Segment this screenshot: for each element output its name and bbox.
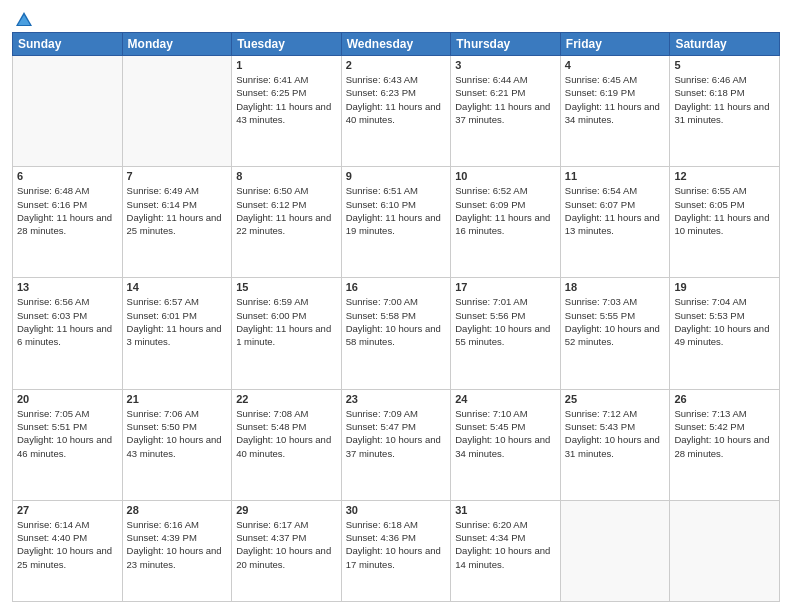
logo-icon: [14, 10, 34, 30]
day-info: Sunrise: 7:03 AM Sunset: 5:55 PM Dayligh…: [565, 295, 666, 348]
day-info: Sunrise: 6:17 AM Sunset: 4:37 PM Dayligh…: [236, 518, 337, 571]
calendar-cell: 6Sunrise: 6:48 AM Sunset: 6:16 PM Daylig…: [13, 167, 123, 278]
calendar-cell: 15Sunrise: 6:59 AM Sunset: 6:00 PM Dayli…: [232, 278, 342, 389]
day-number: 2: [346, 59, 447, 71]
calendar-cell: [670, 500, 780, 601]
day-info: Sunrise: 6:52 AM Sunset: 6:09 PM Dayligh…: [455, 184, 556, 237]
calendar-cell: 24Sunrise: 7:10 AM Sunset: 5:45 PM Dayli…: [451, 389, 561, 500]
calendar-cell: 12Sunrise: 6:55 AM Sunset: 6:05 PM Dayli…: [670, 167, 780, 278]
calendar-table: SundayMondayTuesdayWednesdayThursdayFrid…: [12, 32, 780, 602]
day-info: Sunrise: 6:49 AM Sunset: 6:14 PM Dayligh…: [127, 184, 228, 237]
calendar-cell: 9Sunrise: 6:51 AM Sunset: 6:10 PM Daylig…: [341, 167, 451, 278]
weekday-thursday: Thursday: [451, 33, 561, 56]
day-number: 27: [17, 504, 118, 516]
weekday-saturday: Saturday: [670, 33, 780, 56]
day-number: 18: [565, 281, 666, 293]
day-number: 24: [455, 393, 556, 405]
page: SundayMondayTuesdayWednesdayThursdayFrid…: [0, 0, 792, 612]
calendar-cell: [122, 56, 232, 167]
day-number: 17: [455, 281, 556, 293]
day-number: 26: [674, 393, 775, 405]
calendar-cell: 5Sunrise: 6:46 AM Sunset: 6:18 PM Daylig…: [670, 56, 780, 167]
calendar-cell: 4Sunrise: 6:45 AM Sunset: 6:19 PM Daylig…: [560, 56, 670, 167]
calendar-cell: 25Sunrise: 7:12 AM Sunset: 5:43 PM Dayli…: [560, 389, 670, 500]
day-number: 19: [674, 281, 775, 293]
day-info: Sunrise: 6:46 AM Sunset: 6:18 PM Dayligh…: [674, 73, 775, 126]
day-info: Sunrise: 6:44 AM Sunset: 6:21 PM Dayligh…: [455, 73, 556, 126]
day-info: Sunrise: 6:18 AM Sunset: 4:36 PM Dayligh…: [346, 518, 447, 571]
day-info: Sunrise: 7:06 AM Sunset: 5:50 PM Dayligh…: [127, 407, 228, 460]
day-number: 22: [236, 393, 337, 405]
calendar-cell: 8Sunrise: 6:50 AM Sunset: 6:12 PM Daylig…: [232, 167, 342, 278]
calendar-cell: 23Sunrise: 7:09 AM Sunset: 5:47 PM Dayli…: [341, 389, 451, 500]
day-number: 29: [236, 504, 337, 516]
day-number: 8: [236, 170, 337, 182]
day-info: Sunrise: 7:05 AM Sunset: 5:51 PM Dayligh…: [17, 407, 118, 460]
day-info: Sunrise: 6:41 AM Sunset: 6:25 PM Dayligh…: [236, 73, 337, 126]
logo: [12, 10, 34, 26]
calendar-cell: 3Sunrise: 6:44 AM Sunset: 6:21 PM Daylig…: [451, 56, 561, 167]
weekday-tuesday: Tuesday: [232, 33, 342, 56]
day-number: 16: [346, 281, 447, 293]
day-info: Sunrise: 7:10 AM Sunset: 5:45 PM Dayligh…: [455, 407, 556, 460]
day-info: Sunrise: 7:12 AM Sunset: 5:43 PM Dayligh…: [565, 407, 666, 460]
day-info: Sunrise: 6:59 AM Sunset: 6:00 PM Dayligh…: [236, 295, 337, 348]
day-number: 30: [346, 504, 447, 516]
day-number: 12: [674, 170, 775, 182]
calendar-cell: 26Sunrise: 7:13 AM Sunset: 5:42 PM Dayli…: [670, 389, 780, 500]
day-info: Sunrise: 6:14 AM Sunset: 4:40 PM Dayligh…: [17, 518, 118, 571]
calendar-cell: 2Sunrise: 6:43 AM Sunset: 6:23 PM Daylig…: [341, 56, 451, 167]
calendar-cell: [13, 56, 123, 167]
day-info: Sunrise: 6:56 AM Sunset: 6:03 PM Dayligh…: [17, 295, 118, 348]
week-row-3: 13Sunrise: 6:56 AM Sunset: 6:03 PM Dayli…: [13, 278, 780, 389]
calendar-cell: 10Sunrise: 6:52 AM Sunset: 6:09 PM Dayli…: [451, 167, 561, 278]
day-number: 10: [455, 170, 556, 182]
calendar-cell: 14Sunrise: 6:57 AM Sunset: 6:01 PM Dayli…: [122, 278, 232, 389]
calendar-cell: 22Sunrise: 7:08 AM Sunset: 5:48 PM Dayli…: [232, 389, 342, 500]
calendar-cell: 27Sunrise: 6:14 AM Sunset: 4:40 PM Dayli…: [13, 500, 123, 601]
day-number: 3: [455, 59, 556, 71]
weekday-friday: Friday: [560, 33, 670, 56]
day-info: Sunrise: 6:16 AM Sunset: 4:39 PM Dayligh…: [127, 518, 228, 571]
day-info: Sunrise: 7:01 AM Sunset: 5:56 PM Dayligh…: [455, 295, 556, 348]
day-number: 23: [346, 393, 447, 405]
day-info: Sunrise: 6:50 AM Sunset: 6:12 PM Dayligh…: [236, 184, 337, 237]
calendar-cell: 30Sunrise: 6:18 AM Sunset: 4:36 PM Dayli…: [341, 500, 451, 601]
day-info: Sunrise: 6:20 AM Sunset: 4:34 PM Dayligh…: [455, 518, 556, 571]
weekday-monday: Monday: [122, 33, 232, 56]
weekday-header-row: SundayMondayTuesdayWednesdayThursdayFrid…: [13, 33, 780, 56]
weekday-sunday: Sunday: [13, 33, 123, 56]
day-info: Sunrise: 7:09 AM Sunset: 5:47 PM Dayligh…: [346, 407, 447, 460]
day-number: 7: [127, 170, 228, 182]
calendar-cell: 29Sunrise: 6:17 AM Sunset: 4:37 PM Dayli…: [232, 500, 342, 601]
day-number: 21: [127, 393, 228, 405]
day-info: Sunrise: 7:08 AM Sunset: 5:48 PM Dayligh…: [236, 407, 337, 460]
calendar-cell: 13Sunrise: 6:56 AM Sunset: 6:03 PM Dayli…: [13, 278, 123, 389]
day-number: 25: [565, 393, 666, 405]
day-number: 28: [127, 504, 228, 516]
week-row-5: 27Sunrise: 6:14 AM Sunset: 4:40 PM Dayli…: [13, 500, 780, 601]
day-number: 13: [17, 281, 118, 293]
day-number: 6: [17, 170, 118, 182]
week-row-4: 20Sunrise: 7:05 AM Sunset: 5:51 PM Dayli…: [13, 389, 780, 500]
day-number: 14: [127, 281, 228, 293]
day-info: Sunrise: 6:54 AM Sunset: 6:07 PM Dayligh…: [565, 184, 666, 237]
calendar-cell: 17Sunrise: 7:01 AM Sunset: 5:56 PM Dayli…: [451, 278, 561, 389]
day-number: 11: [565, 170, 666, 182]
calendar-cell: 20Sunrise: 7:05 AM Sunset: 5:51 PM Dayli…: [13, 389, 123, 500]
day-info: Sunrise: 6:45 AM Sunset: 6:19 PM Dayligh…: [565, 73, 666, 126]
day-info: Sunrise: 7:00 AM Sunset: 5:58 PM Dayligh…: [346, 295, 447, 348]
weekday-wednesday: Wednesday: [341, 33, 451, 56]
header: [12, 10, 780, 26]
day-number: 5: [674, 59, 775, 71]
day-number: 4: [565, 59, 666, 71]
day-info: Sunrise: 6:51 AM Sunset: 6:10 PM Dayligh…: [346, 184, 447, 237]
day-info: Sunrise: 6:48 AM Sunset: 6:16 PM Dayligh…: [17, 184, 118, 237]
calendar-cell: 28Sunrise: 6:16 AM Sunset: 4:39 PM Dayli…: [122, 500, 232, 601]
day-number: 15: [236, 281, 337, 293]
calendar-cell: 1Sunrise: 6:41 AM Sunset: 6:25 PM Daylig…: [232, 56, 342, 167]
calendar-cell: 11Sunrise: 6:54 AM Sunset: 6:07 PM Dayli…: [560, 167, 670, 278]
calendar-cell: 18Sunrise: 7:03 AM Sunset: 5:55 PM Dayli…: [560, 278, 670, 389]
calendar-cell: 31Sunrise: 6:20 AM Sunset: 4:34 PM Dayli…: [451, 500, 561, 601]
calendar-cell: 7Sunrise: 6:49 AM Sunset: 6:14 PM Daylig…: [122, 167, 232, 278]
